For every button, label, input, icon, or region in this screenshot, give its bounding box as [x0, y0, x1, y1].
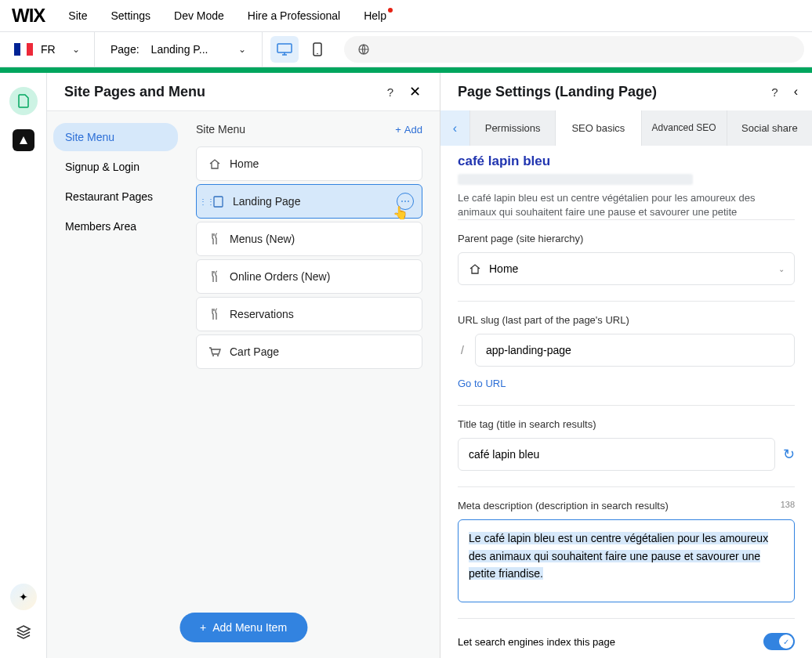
page-item-label: Menus (New) — [230, 233, 295, 245]
svg-rect-0 — [277, 44, 292, 52]
tab-scroll-left[interactable]: ‹ — [440, 110, 470, 146]
wix-logo: WIX — [12, 5, 45, 27]
category-members[interactable]: Members Area — [53, 212, 178, 240]
shape-icon — [18, 135, 29, 146]
url-bar[interactable] — [344, 36, 804, 63]
page-item-label: Home — [230, 157, 259, 170]
ai-assist-button[interactable]: ✦ — [10, 584, 37, 610]
locale-selector[interactable]: FR ⌄ — [0, 32, 95, 67]
meta-desc-textarea[interactable]: Le café lapin bleu est un centre végétal… — [458, 519, 795, 602]
plus-icon: + — [395, 124, 401, 136]
page-settings-panel: Page Settings (Landing Page) ? ‹ ‹ Permi… — [440, 73, 812, 658]
fork-icon — [208, 233, 222, 245]
tab-social-share[interactable]: Social share — [727, 110, 812, 146]
page-item-label: Online Orders (New) — [230, 270, 330, 283]
locale-code: FR — [41, 43, 56, 56]
menu-devmode[interactable]: Dev Mode — [174, 9, 224, 22]
page-icon — [17, 94, 30, 108]
help-button[interactable]: ? — [771, 85, 778, 99]
page-item-cart[interactable]: Cart Page — [196, 334, 422, 369]
home-icon — [208, 158, 222, 169]
desktop-view-button[interactable] — [270, 36, 299, 63]
meta-desc-label: Meta description (description in search … — [458, 500, 669, 512]
layers-icon — [16, 624, 31, 640]
page-selector-value: Landing P... — [151, 43, 214, 56]
url-slug-input[interactable] — [475, 334, 795, 367]
add-page-link[interactable]: +Add — [395, 124, 422, 136]
meta-char-count: 138 — [781, 500, 795, 512]
svg-point-5 — [212, 355, 214, 356]
menu-help[interactable]: Help — [364, 9, 386, 22]
sparkle-icon: ✦ — [19, 591, 28, 603]
tab-permissions[interactable]: Permissions — [470, 110, 556, 146]
mobile-icon — [313, 42, 322, 56]
menu-items-column: Site Menu +Add Home ⋮⋮ Landing Page ⋯👆 M… — [184, 111, 440, 658]
site-pages-header: Site Pages and Menu ? ✕ — [47, 73, 440, 110]
device-switcher — [263, 32, 339, 67]
page-selector-label: Page: — [111, 43, 140, 56]
menu-hire[interactable]: Hire a Professional — [248, 9, 340, 22]
page-item-label: Landing Page — [233, 195, 300, 208]
parent-page-value: Home — [489, 262, 518, 275]
page-item-label: Reservations — [230, 308, 294, 320]
home-icon — [469, 263, 481, 274]
index-toggle[interactable] — [763, 633, 795, 650]
add-menu-item-button[interactable]: + Add Menu Item — [179, 613, 307, 642]
chevron-down-icon: ⌄ — [238, 44, 246, 55]
go-to-url-link[interactable]: Go to URL — [458, 378, 506, 389]
left-rail: ✦ — [0, 73, 47, 658]
accent-strip — [0, 67, 812, 73]
close-button[interactable]: ‹ — [794, 85, 798, 99]
page-settings-title: Page Settings (Landing Page) — [458, 84, 657, 100]
category-restaurant[interactable]: Restaurant Pages — [53, 183, 178, 211]
page-item-label: Cart Page — [230, 345, 279, 358]
serp-preview-desc: Le café lapin bleu est un centre végétal… — [458, 191, 795, 219]
refresh-button[interactable]: ↻ — [783, 446, 795, 463]
menu-column-title: Site Menu — [196, 123, 245, 136]
top-menu-bar: WIX Site Settings Dev Mode Hire a Profes… — [0, 0, 812, 31]
page-more-button[interactable]: ⋯👆 — [397, 193, 414, 210]
pages-rail-button[interactable] — [9, 87, 38, 115]
tab-advanced-seo[interactable]: Advanced SEO — [642, 110, 727, 146]
menu-settings[interactable]: Settings — [111, 9, 150, 22]
drag-handle-icon[interactable]: ⋮⋮ — [199, 200, 215, 204]
page-selector[interactable]: Page: Landing P... ⌄ — [95, 32, 263, 67]
category-site-menu[interactable]: Site Menu — [53, 123, 178, 151]
layers-button[interactable] — [16, 624, 31, 644]
settings-tabs: ‹ Permissions SEO basics Advanced SEO So… — [440, 110, 812, 146]
plus-icon: + — [200, 621, 206, 634]
svg-point-2 — [317, 53, 318, 55]
page-item-orders[interactable]: Online Orders (New) — [196, 259, 422, 294]
page-item-landing[interactable]: ⋮⋮ Landing Page ⋯👆 — [196, 184, 422, 219]
page-item-menus[interactable]: Menus (New) — [196, 222, 422, 256]
editor-rail-button[interactable] — [13, 129, 34, 151]
page-categories: Site Menu Signup & Login Restaurant Page… — [47, 111, 184, 658]
help-button[interactable]: ? — [387, 85, 393, 99]
fork-icon — [208, 270, 222, 283]
settings-content: café lapin bleu Le café lapin bleu est u… — [440, 146, 812, 658]
title-tag-input[interactable] — [458, 438, 775, 471]
site-pages-title: Site Pages and Menu — [64, 84, 205, 100]
cart-icon — [208, 346, 222, 357]
chevron-down-icon: ⌄ — [72, 44, 80, 55]
parent-page-select[interactable]: Home ⌄ — [458, 252, 795, 285]
page-settings-header: Page Settings (Landing Page) ? ‹ — [440, 73, 812, 110]
url-slash: / — [458, 344, 467, 356]
cursor-icon: 👆 — [393, 205, 408, 220]
menu-site[interactable]: Site — [68, 9, 87, 22]
url-slug-label: URL slug (last part of the page's URL) — [458, 314, 795, 326]
tab-seo-basics[interactable]: SEO basics — [556, 110, 641, 146]
flag-france-icon — [14, 43, 33, 56]
category-signup-login[interactable]: Signup & Login — [53, 153, 178, 181]
svg-rect-4 — [214, 197, 223, 207]
mobile-view-button[interactable] — [303, 36, 332, 63]
desktop-icon — [277, 43, 292, 56]
fork-icon — [208, 308, 222, 320]
svg-point-6 — [217, 355, 219, 356]
page-item-home[interactable]: Home — [196, 146, 422, 181]
close-button[interactable]: ✕ — [409, 83, 421, 100]
toolbar: FR ⌄ Page: Landing P... ⌄ — [0, 31, 812, 67]
index-toggle-label: Let search engines index this page — [458, 636, 615, 648]
serp-preview-url — [458, 174, 693, 185]
page-item-reservations[interactable]: Reservations — [196, 297, 422, 331]
